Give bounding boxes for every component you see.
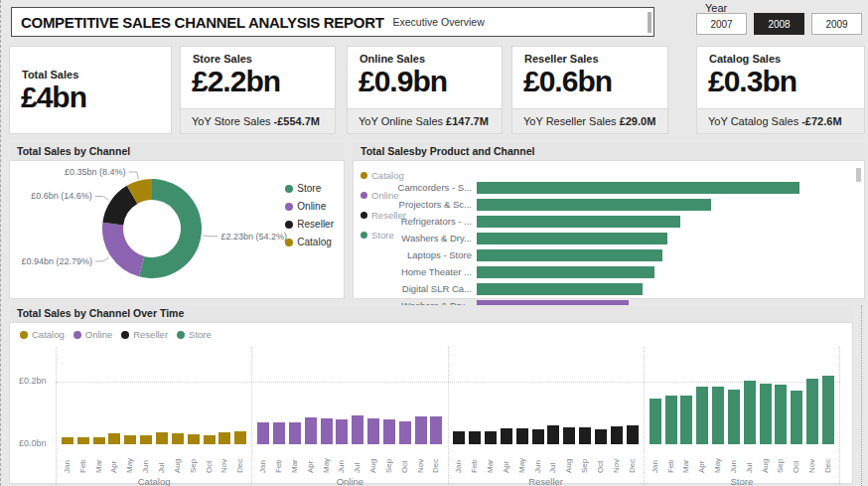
time-bar-online-jan[interactable] <box>257 422 269 444</box>
kpi-card-online-sales[interactable]: Online Sales £0.9bn YoY Online Sales £14… <box>347 46 503 134</box>
time-bar-catalog-apr[interactable] <box>108 433 120 444</box>
time-bar-store-jul[interactable] <box>744 381 756 444</box>
time-bar-online-mar[interactable] <box>289 422 301 444</box>
time-legend-item-reseller[interactable]: Reseller <box>121 329 168 340</box>
time-bar-online-feb[interactable] <box>273 422 285 444</box>
time-bar-reseller-jul[interactable] <box>547 425 559 444</box>
time-bar-catalog-nov[interactable] <box>218 432 230 444</box>
year-button-2009[interactable]: 2009 <box>811 13 862 35</box>
donut-chart-body: £2.23bn (54.2%)£0.94bn (22.79%)£0.6bn (1… <box>9 160 345 299</box>
time-bar-online-jun[interactable] <box>336 419 348 444</box>
time-group-online: JanFebMarAprMayJunJulAugSepOctNovDecOnli… <box>251 347 447 486</box>
time-bar-online-jul[interactable] <box>352 415 363 444</box>
time-bar-store-apr[interactable] <box>696 387 708 444</box>
time-legend-item-store[interactable]: Store <box>177 329 212 340</box>
time-bar-reseller-may[interactable] <box>516 428 528 444</box>
donut-legend-label: Reseller <box>297 219 334 230</box>
month-label: Dec <box>627 446 639 473</box>
month-label: Feb <box>469 446 481 473</box>
time-bar-reseller-dec[interactable] <box>627 425 639 444</box>
month-label: Jul <box>352 446 363 473</box>
time-bar-store-nov[interactable] <box>806 379 818 444</box>
product-scrollbar[interactable] <box>856 168 861 182</box>
month-label: Jan <box>650 446 661 473</box>
time-bar-online-oct[interactable] <box>399 421 411 444</box>
time-bar-store-feb[interactable] <box>665 396 677 444</box>
month-label: Apr <box>305 446 317 473</box>
time-bar-catalog-sep[interactable] <box>188 434 200 444</box>
time-legend-item-catalog[interactable]: Catalog <box>20 329 65 340</box>
time-bar-reseller-feb[interactable] <box>469 431 481 444</box>
product-bar-store[interactable] <box>477 233 667 244</box>
month-label: Jun <box>336 446 348 473</box>
kpi-card-catalog-sales[interactable]: Catalog Sales £0.3bn YoY Catalog Sales -… <box>696 46 865 134</box>
time-group-bars <box>449 347 644 444</box>
time-bar-online-aug[interactable] <box>367 418 379 444</box>
product-bar-store[interactable] <box>477 216 680 228</box>
time-bar-reseller-mar[interactable] <box>485 431 497 444</box>
month-label: Feb <box>665 446 677 473</box>
time-bar-store-dec[interactable] <box>822 376 834 444</box>
product-category-label: Laptops - Store <box>354 249 477 260</box>
time-bar-store-may[interactable] <box>712 387 724 444</box>
time-legend-dot-store <box>177 331 185 339</box>
time-bar-catalog-feb[interactable] <box>77 437 89 444</box>
time-legend-item-online[interactable]: Online <box>73 329 112 340</box>
month-label: Apr <box>696 446 708 473</box>
kpi-card-store-sales[interactable]: Store Sales £2.2bn YoY Store Sales -£554… <box>180 46 336 134</box>
time-bar-reseller-nov[interactable] <box>611 426 623 444</box>
product-bar-store[interactable] <box>477 199 711 211</box>
time-bar-catalog-jun[interactable] <box>140 435 152 444</box>
donut-legend-item-catalog[interactable]: Catalog <box>285 237 334 247</box>
donut-legend-item-online[interactable]: Online <box>285 201 334 212</box>
time-bar-store-aug[interactable] <box>760 384 772 444</box>
month-label: May <box>124 446 136 473</box>
time-bar-reseller-jan[interactable] <box>453 431 465 444</box>
donut-legend-item-store[interactable]: Store <box>285 183 334 194</box>
time-bar-store-sep[interactable] <box>775 385 787 444</box>
time-bar-online-nov[interactable] <box>415 416 427 444</box>
time-bar-reseller-aug[interactable] <box>563 427 575 444</box>
product-bar-store[interactable] <box>477 249 662 261</box>
time-bar-reseller-apr[interactable] <box>501 428 512 444</box>
donut-legend-item-reseller[interactable]: Reseller <box>285 219 334 230</box>
time-bar-reseller-sep[interactable] <box>579 427 591 444</box>
time-group-label: Reseller <box>449 473 644 486</box>
donut-chart-title: Total Sales by Channel <box>9 143 345 160</box>
time-bar-online-sep[interactable] <box>383 419 395 444</box>
month-label: Jan <box>62 446 73 473</box>
time-bar-catalog-may[interactable] <box>124 435 136 444</box>
time-chart-plot: JanFebMarAprMayJunJulAugSepOctNovDecCata… <box>56 347 840 486</box>
title-scrollbar[interactable] <box>648 12 651 33</box>
time-bar-store-jun[interactable] <box>728 390 740 444</box>
kpi-yoy-value: £147.7M <box>446 115 489 127</box>
product-bar-store[interactable] <box>477 266 654 278</box>
donut-legend-label: Store <box>297 183 321 194</box>
year-button-2008[interactable]: 2008 <box>754 13 804 35</box>
time-bar-catalog-mar[interactable] <box>93 437 105 445</box>
month-label: Apr <box>108 446 120 473</box>
time-bar-online-dec[interactable] <box>430 416 442 444</box>
time-bar-catalog-jul[interactable] <box>156 432 168 444</box>
product-chart-title: Total Salesby Product and Channel <box>353 143 865 160</box>
time-bar-reseller-jun[interactable] <box>532 429 544 444</box>
time-bar-online-may[interactable] <box>321 418 333 444</box>
time-bar-catalog-oct[interactable] <box>204 435 216 444</box>
year-button-2007[interactable]: 2007 <box>696 13 747 35</box>
kpi-card-reseller-sales[interactable]: Reseller Sales £0.6bn YoY Reseller Sales… <box>511 46 668 134</box>
kpi-value: £0.9bn <box>348 65 502 99</box>
product-bar-store[interactable] <box>477 182 799 194</box>
kpi-value: £2.2bn <box>181 65 335 99</box>
time-bar-store-mar[interactable] <box>680 396 692 444</box>
time-bar-catalog-aug[interactable] <box>172 433 184 444</box>
time-bar-reseller-oct[interactable] <box>595 429 607 444</box>
time-bar-store-jan[interactable] <box>650 399 661 444</box>
time-bar-store-oct[interactable] <box>791 391 802 444</box>
kpi-card-total-sales[interactable]: Total Sales £4bn <box>9 46 172 134</box>
time-bar-online-apr[interactable] <box>305 417 317 444</box>
time-bar-catalog-jan[interactable] <box>62 437 73 444</box>
donut-segment-online[interactable] <box>102 223 144 277</box>
time-bar-catalog-dec[interactable] <box>234 431 246 444</box>
product-bar-store[interactable] <box>477 283 643 295</box>
month-label: Feb <box>77 446 89 473</box>
